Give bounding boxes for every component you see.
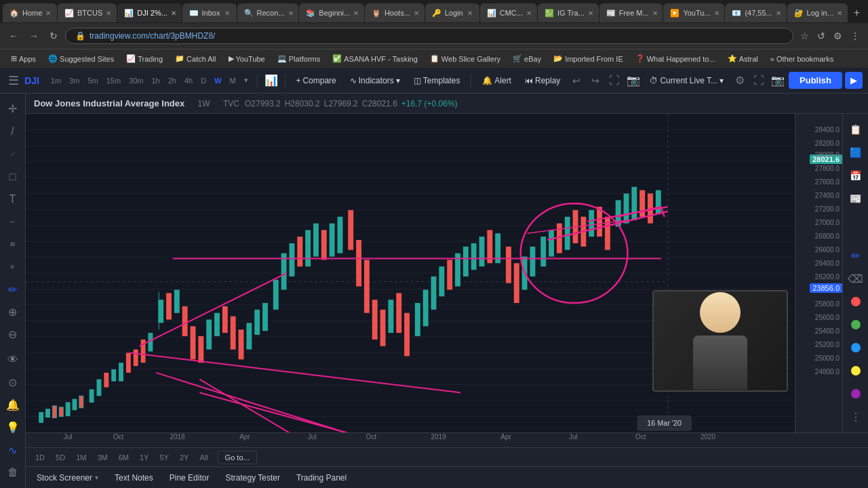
- undo-icon[interactable]: ↩: [568, 70, 585, 91]
- bookmark-other[interactable]: » Other bookmarks: [765, 54, 840, 64]
- text-notes-button[interactable]: Text Notes: [109, 471, 159, 485]
- tab-close-icon[interactable]: ✕: [776, 9, 781, 17]
- pattern-tool[interactable]: ≋: [3, 235, 23, 254]
- tf-more-icon[interactable]: ▾: [241, 75, 252, 86]
- tab-youtube[interactable]: ▶️ YouTu... ✕: [663, 3, 724, 22]
- settings-icon[interactable]: ⚙: [831, 29, 845, 43]
- bookmark-ebay[interactable]: 🛒 eBay: [507, 53, 547, 64]
- range-2y[interactable]: 2Y: [176, 452, 193, 463]
- rt-color3[interactable]: [846, 338, 866, 358]
- range-5y[interactable]: 5Y: [155, 452, 172, 463]
- zoom-out-tool[interactable]: ⊖: [3, 325, 23, 344]
- live-template-button[interactable]: ⏱ Current Live T... ▾: [644, 74, 728, 87]
- trading-panel-button[interactable]: Trading Panel: [291, 471, 352, 485]
- tf-1m[interactable]: 1m: [47, 75, 64, 86]
- shape-tool[interactable]: □: [3, 167, 23, 186]
- bookmark-youtube[interactable]: ▶ YouTube: [223, 53, 271, 64]
- tab-close-icon[interactable]: ✕: [467, 9, 473, 17]
- tf-1h[interactable]: 1h: [148, 75, 163, 86]
- refresh-icon[interactable]: ↺: [814, 29, 828, 43]
- tf-D[interactable]: D: [197, 75, 210, 86]
- alerts-sidebar-icon[interactable]: 🔔: [3, 395, 23, 415]
- tab-close-icon[interactable]: ✕: [714, 9, 719, 17]
- tab-dji[interactable]: 📊 DJI 2%... ✕: [117, 3, 181, 22]
- compare-button[interactable]: + Compare: [290, 74, 341, 87]
- back-button[interactable]: ←: [5, 29, 22, 43]
- fullscreen-icon[interactable]: ⛶: [606, 70, 623, 91]
- replay-button[interactable]: ⏮ Replay: [519, 74, 566, 87]
- rt-color4[interactable]: [846, 361, 866, 381]
- bookmark-suggested[interactable]: 🌐 Suggested Sites: [43, 53, 119, 64]
- bookmark-whathappened[interactable]: ❓ What Happened to...: [630, 53, 721, 64]
- range-1y[interactable]: 1Y: [136, 452, 153, 463]
- tab-login[interactable]: 🔑 Login ✕: [425, 3, 479, 22]
- range-3m[interactable]: 3M: [93, 452, 111, 463]
- tf-30m[interactable]: 30m: [125, 75, 146, 86]
- settings-icon[interactable]: ⚙: [732, 70, 748, 91]
- rt-eraser-icon[interactable]: ⌫: [846, 268, 866, 289]
- publish-button[interactable]: Publish: [789, 72, 842, 89]
- tab-close-icon[interactable]: ✕: [414, 9, 419, 17]
- tab-email[interactable]: 📧 (47,55... ✕: [725, 3, 786, 22]
- tab-btcus[interactable]: 📈 BTCUS ✕: [58, 3, 117, 22]
- rt-watchlist-icon[interactable]: 📋: [846, 119, 866, 140]
- tab-logme[interactable]: 🔐 Log in... ✕: [787, 3, 848, 22]
- range-5d[interactable]: 5D: [52, 452, 69, 463]
- tab-cmc[interactable]: 📊 CMC... ✕: [480, 3, 537, 22]
- menu-icon[interactable]: ☰: [5, 70, 22, 91]
- range-1m[interactable]: 1M: [72, 452, 90, 463]
- redo-icon[interactable]: ↪: [587, 70, 604, 91]
- measure-tool[interactable]: ↔: [3, 211, 23, 231]
- brush-tool[interactable]: ✏: [3, 279, 23, 299]
- add-tab-button[interactable]: +: [848, 7, 865, 19]
- forward-button[interactable]: →: [26, 29, 42, 43]
- zoom-in-tool[interactable]: ⊕: [3, 302, 23, 322]
- bookmark-trading[interactable]: 📈 Trading: [121, 53, 168, 64]
- tab-close-icon[interactable]: ✕: [288, 9, 294, 17]
- tab-free[interactable]: 📰 Free M... ✕: [599, 3, 663, 22]
- bookmark-imported[interactable]: 📂 Imported From IE: [548, 53, 629, 64]
- tab-beginni[interactable]: 📚 Beginni... ✕: [299, 3, 364, 22]
- indicators-button[interactable]: ∿ Indicators ▾: [344, 74, 406, 87]
- templates-button[interactable]: ◫ Templates: [408, 74, 466, 87]
- rt-color1[interactable]: [846, 291, 866, 312]
- tf-2h[interactable]: 2h: [165, 75, 180, 86]
- tf-3m[interactable]: 3m: [66, 75, 83, 86]
- tf-4h[interactable]: 4h: [181, 75, 196, 86]
- objects-icon[interactable]: ⊙: [3, 373, 23, 392]
- tab-home[interactable]: 🏠 Home ✕: [3, 3, 57, 22]
- strategy-tester-button[interactable]: Strategy Tester: [220, 471, 285, 485]
- text-tool[interactable]: T: [3, 189, 23, 209]
- tab-ig[interactable]: 💹 IG Tra... ✕: [538, 3, 599, 22]
- tf-W[interactable]: W: [211, 75, 224, 86]
- tf-15m[interactable]: 15m: [103, 75, 124, 86]
- bookmark-astral[interactable]: ⭐ Astral: [722, 53, 764, 64]
- rt-color5[interactable]: [846, 384, 866, 404]
- bookmark-webslice[interactable]: 📋 Web Slice Gallery: [425, 53, 506, 64]
- more-icon[interactable]: ⋮: [848, 29, 863, 43]
- tab-close-icon[interactable]: ✕: [837, 9, 842, 17]
- expand-icon[interactable]: ⛶: [751, 70, 767, 91]
- chart-canvas[interactable]: 16 Mar '20: [26, 114, 795, 432]
- trash-icon[interactable]: 🗑: [3, 463, 23, 483]
- tab-close-icon[interactable]: ✕: [526, 9, 532, 17]
- tab-close-icon[interactable]: ✕: [588, 9, 593, 17]
- bookmark-apps[interactable]: ⊞ Apps: [5, 53, 41, 64]
- stock-screener-button[interactable]: Stock Screener ▾: [31, 471, 104, 485]
- fib-tool[interactable]: ⟋: [3, 144, 23, 164]
- play-button[interactable]: ▶: [845, 72, 863, 89]
- forecast-tool[interactable]: ≡: [3, 257, 23, 277]
- tab-close-icon[interactable]: ✕: [171, 9, 176, 17]
- url-input[interactable]: 🔒 tradingview.com/chart/3pBMHDZ8/: [65, 28, 793, 44]
- tab-close-icon[interactable]: ✕: [45, 9, 51, 17]
- rt-pencil-icon[interactable]: ✏: [846, 245, 866, 266]
- bar-type-icon[interactable]: 📊: [263, 70, 279, 91]
- tab-recon[interactable]: 🔍 Recon... ✕: [237, 3, 299, 22]
- range-all[interactable]: All: [195, 452, 212, 463]
- bookmark-asana[interactable]: ✅ ASANA HVF - Tasking: [327, 53, 423, 64]
- rt-news-icon[interactable]: 📰: [846, 188, 866, 209]
- ideas-icon[interactable]: 💡: [3, 418, 23, 437]
- pine-editor-button[interactable]: Pine Editor: [164, 471, 215, 485]
- cursor-tool[interactable]: ✛: [3, 99, 23, 119]
- tf-M[interactable]: M: [226, 75, 239, 86]
